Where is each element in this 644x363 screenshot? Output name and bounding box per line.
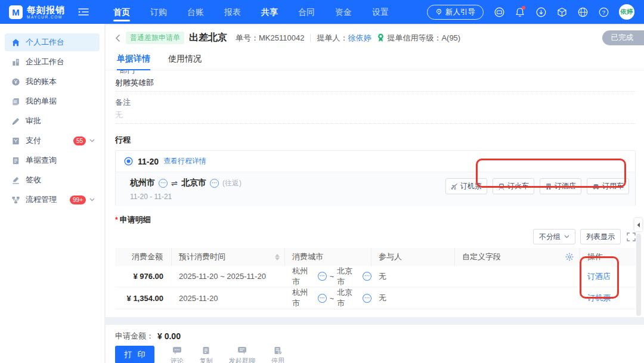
sidebar-label: 我的账本 [26, 76, 57, 87]
comment-icon [172, 346, 182, 355]
tab-doc-details[interactable]: 单据详情 [117, 51, 150, 70]
view-itinerary-link[interactable]: 查看行程详情 [163, 156, 206, 166]
home-icon [11, 38, 20, 47]
start-group-chat-button[interactable]: 发起群聊 [229, 346, 255, 363]
city-more-icon[interactable]: ··· [363, 272, 371, 281]
back-button[interactable] [110, 31, 125, 45]
table-row: ¥ 976.00 2025-11-20 ~ 2025-11-20 杭州市··· … [115, 266, 636, 287]
col-participant: 参与人 [371, 248, 455, 266]
collapse-menu-icon[interactable] [78, 8, 89, 16]
submitter-link[interactable]: 徐依婷 [348, 33, 371, 44]
tab-usage[interactable]: 使用情况 [168, 51, 202, 70]
notification-bell-icon[interactable] [515, 7, 525, 17]
dept-field-label: *部门 [115, 70, 636, 75]
book-train-button[interactable]: 订火车 [493, 178, 534, 194]
nav-home[interactable]: 首页 [103, 0, 140, 24]
collapse-panel-handle[interactable] [634, 218, 642, 231]
col-city: 消费城市 [285, 248, 371, 266]
row-participant: 无 [371, 293, 455, 303]
newbie-guide-button[interactable]: 新人引导 [427, 5, 484, 20]
doc-scroll-area[interactable]: *部门 射雕英雄部 备注 无 行程 11-20 查看行程详情 杭州市 ··· ⇌… [115, 70, 636, 317]
table-header-row: 消费金额 预计消费时间 消费城市 参与人 自定义字段 操作 [115, 248, 636, 266]
guide-pin-icon [435, 8, 442, 15]
sidebar-item-sign-receive[interactable]: 签收 [5, 171, 100, 189]
details-table: 消费金额 预计消费时间 消费城市 参与人 自定义字段 操作 ¥ 976.00 2… [115, 248, 636, 309]
nav-report[interactable]: 报表 [214, 0, 251, 24]
book-hotel-link[interactable]: 订酒店 [587, 271, 611, 282]
globe-icon[interactable] [577, 7, 588, 17]
apply-amount-value: ¥ 0.00 [157, 331, 181, 341]
round-trip-arrows-icon: ⇌ [171, 179, 178, 188]
city-more-icon[interactable]: ··· [159, 179, 168, 188]
process-badge: 99+ [70, 196, 86, 204]
print-button[interactable]: 打 印 [115, 346, 154, 363]
help-icon[interactable]: ? [598, 7, 609, 17]
nav-ledger[interactable]: 台账 [177, 0, 214, 24]
book-car-button[interactable]: 订用车 [587, 178, 629, 194]
row-amount: ¥ 976.00 [115, 272, 172, 281]
sidebar-label: 个人工作台 [26, 37, 64, 48]
list-display-button[interactable]: 列表显示 [580, 229, 621, 244]
city-more-icon[interactable]: ··· [363, 294, 371, 303]
sidebar-item-process-management[interactable]: 流程管理 99+ [5, 191, 100, 209]
remark-field-value: 无 [115, 110, 636, 120]
book-flight-button[interactable]: 订机票 [445, 178, 487, 194]
app-logo[interactable]: M 每刻报销 MAYCUR.COM [0, 5, 65, 19]
row-city: 杭州市··· ~ 北京市··· [285, 287, 371, 309]
user-avatar[interactable]: 依婷 [619, 4, 634, 20]
download-cloud-icon[interactable] [535, 7, 546, 17]
sort-icon[interactable] [275, 254, 280, 260]
row-time: 2025-11-20 ~ 2025-11-20 [172, 272, 285, 281]
dept-field-value: 射雕英雄部 [115, 77, 636, 88]
book-hotel-button[interactable]: 订酒店 [540, 178, 581, 194]
top-navbar: M 每刻报销 MAYCUR.COM 首页 订购 台账 报表 共享 合同 资金 设… [0, 0, 644, 24]
radio-selected-icon[interactable] [124, 157, 133, 166]
group-chat-icon [237, 346, 247, 355]
credit-label: 提单信用等级： [387, 33, 441, 44]
sidebar-item-document-query[interactable]: 单据查询 [5, 151, 100, 169]
train-icon [498, 183, 505, 190]
row-time: 2025-11-20 [172, 294, 285, 303]
nav-funds[interactable]: 资金 [325, 0, 362, 24]
sidebar-item-my-ledger[interactable]: 我的账本 [5, 73, 100, 91]
main-nav-menu: 首页 订购 台账 报表 共享 合同 资金 设置 [103, 0, 399, 24]
sidebar-label: 签收 [26, 175, 41, 185]
copy-button[interactable]: 复制 [200, 346, 213, 363]
sidebar-label: 我的单据 [26, 96, 57, 107]
fullscreen-icon[interactable] [627, 232, 636, 241]
status-badge: 已完成 [602, 30, 644, 45]
chevron-down-icon [89, 139, 95, 142]
sidebar-item-my-documents[interactable]: 我的单据 [5, 92, 100, 110]
logo-icon: M [9, 5, 23, 19]
coin-icon [11, 77, 20, 86]
disable-button[interactable]: 停用 [271, 346, 284, 363]
city-more-icon[interactable]: ··· [318, 294, 327, 303]
nav-share[interactable]: 共享 [251, 0, 288, 24]
sidebar-item-payment[interactable]: 支付 55 [5, 132, 100, 150]
payment-doc-icon [11, 136, 20, 145]
scrollbar-thumb[interactable] [636, 234, 641, 316]
nav-settings[interactable]: 设置 [362, 0, 399, 24]
city-more-icon[interactable]: ··· [210, 179, 219, 188]
nav-contract[interactable]: 合同 [288, 0, 325, 24]
details-section-title: *申请明细 [115, 215, 636, 225]
col-time: 预计消费时间 [172, 248, 285, 266]
logo-subtitle: MAYCUR.COM [27, 15, 65, 19]
sidebar-item-approval[interactable]: 审批 [5, 112, 100, 130]
doc-search-icon [11, 156, 20, 165]
sidebar-label: 企业工作台 [26, 57, 64, 67]
col-action: 操作 [580, 248, 636, 266]
city-more-icon[interactable]: ··· [318, 272, 327, 281]
book-flight-link[interactable]: 订机票 [587, 293, 611, 303]
message-icon[interactable] [494, 7, 504, 17]
disable-doc-icon [274, 346, 282, 355]
plane-icon [451, 183, 458, 190]
nav-order[interactable]: 订购 [140, 0, 177, 24]
cube-icon[interactable] [556, 7, 567, 17]
sidebar-item-personal-workspace[interactable]: 个人工作台 [5, 33, 100, 51]
chevron-down-icon [89, 198, 95, 201]
comment-button[interactable]: 评论 [171, 346, 184, 363]
sidebar-item-company-workspace[interactable]: 企业工作台 [5, 53, 100, 71]
column-settings-gear-icon[interactable] [565, 253, 574, 261]
group-select[interactable]: 不分组 [533, 229, 575, 244]
